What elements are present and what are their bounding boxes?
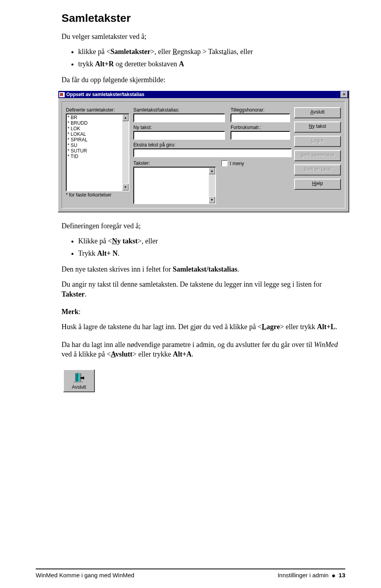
btn-label: y takst [312,123,326,129]
dialog-window: Oppsett av samletakster/takstalias × Def… [58,90,349,212]
samletakst-label: Samletakst/takstalias: [133,107,225,113]
ekstra-label: Ekstra tekst på giro: [133,142,290,148]
listbox-note: * for faste forkortelser [66,192,129,198]
page-footer: WinMed Komme i gang med WinMed Innstilli… [36,569,345,578]
hjelp-button[interactable]: Hjelp [294,179,341,190]
bullet-1: klikke på <Samletakster>, eller Regnskap… [78,47,345,56]
para-6: Da har du lagt inn alle nødvendige param… [62,340,345,359]
definerte-label: Definerte samletakster: [66,107,129,113]
bullet-1: Klikke på <Ny takst>, eller [78,236,345,246]
bullets-1: klikke på <Samletakster>, eller Regnskap… [62,47,345,69]
avslutt-button[interactable]: Avslutt [294,107,341,118]
list-item[interactable]: * LOKAL [67,131,128,137]
list-item[interactable]: * BRUDD [67,120,128,126]
svg-rect-3 [73,382,83,383]
para-4: Du angir ny takst til denne samletaksten… [62,280,345,299]
defn-pre: Defineringen foregår ved å; [62,221,345,231]
samletakst-input[interactable] [133,114,225,122]
scrollbar[interactable]: ▲ ▼ [122,114,129,191]
btn-label: lett samletakst [304,152,335,158]
list-item[interactable]: * BR [67,115,128,120]
list-item[interactable]: * SPIRAL [67,137,128,143]
takster-label: Takster: [133,160,216,166]
ekstra-input[interactable] [133,148,292,157]
imeny-label: I meny [230,161,244,166]
bullet-2: Trykk Alt+ N. [78,249,345,258]
forbruk-label: Forbruksmatr.: [231,125,290,130]
list-item[interactable]: * LOK [67,126,128,131]
footer-left: WinMed Komme i gang med WinMed [36,572,277,578]
lagre-button[interactable]: Lagre [294,136,341,147]
scroll-down-icon[interactable]: ▼ [122,184,129,191]
svg-marker-2 [76,373,78,382]
page-title: Samletakster [62,12,345,25]
slett-en-takst-button[interactable]: Slett èn takst [294,164,341,175]
imeny-checkbox[interactable]: I meny [221,160,244,166]
close-icon[interactable]: × [341,91,348,98]
bullets-2: Klikke på <Ny takst>, eller Trykk Alt+ N… [62,236,345,258]
list-item[interactable]: * SUTUR [67,148,128,154]
slett-samletakst-button[interactable]: Slett samletakst [294,150,341,161]
nytakst-label: Ny takst: [133,125,225,130]
footer-right: Innstillinger i admin • 13 [277,572,345,578]
intro-text: Du velger samletakster ved å; [62,32,345,41]
nytakst-input[interactable] [133,131,225,140]
dialog-title: Oppsett av samletakster/takstalias [66,92,144,97]
avslutt-button-graphic[interactable]: Avslutt [63,369,95,392]
list-item[interactable]: * SU [67,143,128,148]
para-5: Husk å lagre de takstene du har lagt inn… [62,322,345,332]
para-3: Den nye taksten skrives inn i feltet for… [62,264,345,274]
forbruk-input[interactable] [231,131,290,140]
after-text: Da får du opp følgende skjermbilde: [62,75,345,85]
btn-label: vslutt [314,109,325,115]
checkbox-icon[interactable] [221,160,227,166]
door-exit-icon [73,372,85,384]
scrollbar[interactable]: ▲ ▼ [208,168,215,203]
tillegg-label: Tilleggshonorar: [231,107,290,113]
scroll-down-icon[interactable]: ▼ [209,197,215,203]
scroll-up-icon[interactable]: ▲ [122,114,129,121]
avslutt-btn-label: Avslutt [64,384,94,390]
tillegg-input[interactable] [231,114,290,122]
takster-listbox[interactable]: ▲ ▼ [133,167,216,204]
list-item[interactable]: * TID [67,154,128,159]
titlebar[interactable]: Oppsett av samletakster/takstalias × [58,91,348,98]
scroll-up-icon[interactable]: ▲ [209,168,215,174]
nytakst-button[interactable]: Ny takst [294,121,341,133]
definerte-listbox[interactable]: * BR * BRUDD * LOK * LOKAL * SPIRAL * SU… [66,114,129,191]
btn-label: agre [314,138,323,143]
btn-label: jelp [316,181,323,186]
bullet-2: trykk Alt+R og deretter bokstaven A [78,59,345,69]
merk-label: Merk: [62,307,345,316]
system-icon[interactable] [59,92,65,97]
